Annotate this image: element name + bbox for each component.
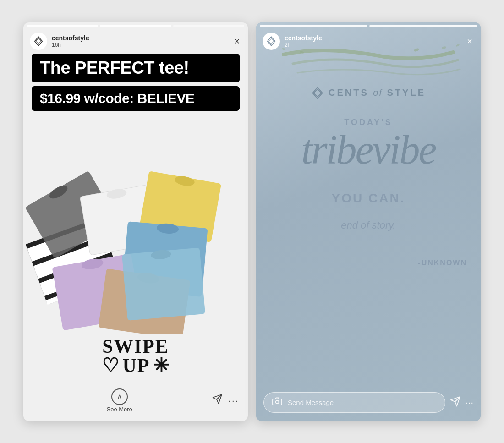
brand-diamond-icon bbox=[311, 87, 324, 99]
header-info-1: centsofstyle 16h bbox=[52, 34, 232, 48]
close-button-1[interactable]: × bbox=[232, 35, 241, 48]
see-more-label: See More bbox=[106, 406, 132, 413]
story1-header: centsofstyle 16h × bbox=[23, 27, 248, 54]
progress-bar-2 bbox=[100, 25, 171, 27]
svg-point-38 bbox=[276, 400, 279, 404]
more-options-1[interactable]: ··· bbox=[228, 395, 239, 406]
story-card-2: centsofstyle 2h × CENTS of STYLE TODAY'S… bbox=[256, 22, 481, 421]
todays-label: TODAY'S bbox=[344, 118, 392, 127]
story1-footer: ∧ See More ··· bbox=[23, 382, 248, 421]
header-info-2: centsofstyle 2h bbox=[285, 34, 465, 48]
headline-text: The PERFECT tee! bbox=[40, 58, 231, 78]
message-input[interactable]: Send Message bbox=[263, 392, 445, 413]
story1-text-overlay: The PERFECT tee! $16.99 w/code: BELIEVE bbox=[32, 54, 240, 111]
send-icon-2[interactable] bbox=[450, 396, 461, 409]
tshirts-image bbox=[23, 109, 248, 334]
message-placeholder: Send Message bbox=[288, 399, 437, 406]
brand-name: CENTS of STYLE bbox=[329, 88, 426, 98]
swipe-up-section: SWIPE ♡ UP ✳ bbox=[102, 337, 170, 375]
progress-bar-2-1 bbox=[260, 25, 367, 27]
heart-icon: ♡ bbox=[102, 356, 120, 375]
avatar-2[interactable] bbox=[263, 33, 280, 50]
star-icon: ✳ bbox=[153, 356, 170, 375]
send-icon-1[interactable] bbox=[212, 394, 223, 407]
diamond-icon-1 bbox=[33, 36, 44, 46]
story2-header: centsofstyle 2h × bbox=[256, 27, 481, 54]
chevron-up-icon: ∧ bbox=[111, 388, 128, 405]
diamond-icon-2 bbox=[266, 36, 276, 46]
username-1: centsofstyle bbox=[52, 34, 232, 42]
story-card-1: centsofstyle 16h × The PERFECT tee! $16.… bbox=[23, 22, 248, 421]
price-text: $16.99 w/code: BELIEVE bbox=[40, 91, 231, 106]
progress-bar-1 bbox=[27, 25, 98, 27]
headline-box: The PERFECT tee! bbox=[32, 54, 240, 82]
up-text: ♡ UP ✳ bbox=[102, 356, 170, 375]
vibe-text: vibe bbox=[373, 131, 436, 168]
username-2: centsofstyle bbox=[285, 34, 465, 42]
tribe-text: tribe bbox=[301, 131, 373, 168]
progress-bar-2-2 bbox=[369, 25, 477, 27]
progress-bars-1 bbox=[23, 22, 248, 27]
svg-rect-37 bbox=[273, 399, 282, 405]
close-button-2[interactable]: × bbox=[465, 35, 474, 48]
swipe-text: SWIPE bbox=[102, 337, 170, 356]
time-1: 16h bbox=[52, 42, 232, 48]
more-options-2[interactable]: ··· bbox=[466, 397, 473, 408]
time-2: 2h bbox=[285, 42, 465, 48]
progress-bars-2 bbox=[256, 22, 481, 27]
price-box: $16.99 w/code: BELIEVE bbox=[32, 86, 240, 111]
see-more-button[interactable]: ∧ See More bbox=[97, 388, 142, 413]
camera-icon bbox=[272, 397, 282, 408]
tribe-vibe-text: tribe vibe bbox=[301, 131, 436, 168]
story2-footer: Send Message ··· bbox=[256, 386, 481, 421]
end-of-story-text: end of story. bbox=[341, 219, 395, 231]
progress-bar-3 bbox=[173, 25, 244, 27]
story2-main-content: CENTS of STYLE TODAY'S tribe vibe YOU CA… bbox=[256, 87, 481, 267]
avatar-1[interactable] bbox=[30, 33, 47, 50]
you-can-text: YOU CAN. bbox=[332, 191, 405, 206]
brand-logo: CENTS of STYLE bbox=[311, 87, 426, 99]
tshirts-svg bbox=[23, 109, 248, 334]
unknown-credit: -UNKNOWN bbox=[270, 259, 467, 267]
